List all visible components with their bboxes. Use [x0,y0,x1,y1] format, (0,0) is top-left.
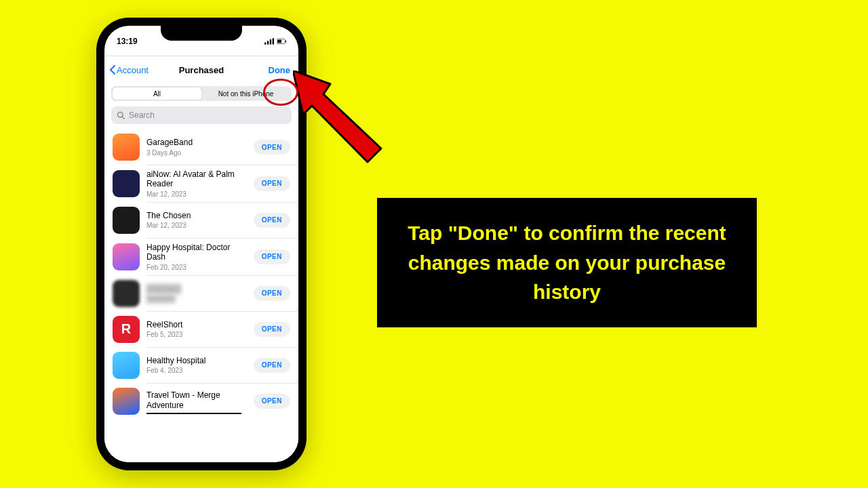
app-icon [113,388,140,415]
app-icon [113,170,140,197]
open-button[interactable]: OPEN [254,140,290,155]
search-placeholder: Search [129,110,155,120]
back-label: Account [117,65,149,75]
list-item[interactable]: Happy Hospital: Doctor DashFeb 20, 2023 … [104,239,298,275]
svg-rect-5 [277,40,281,43]
search-input[interactable]: Search [111,106,292,124]
app-date: Feb 20, 2023 [146,264,247,271]
app-date: ██████ [146,295,247,302]
svg-rect-6 [285,40,286,43]
open-button[interactable]: OPEN [254,249,290,264]
search-icon [117,111,125,119]
svg-rect-1 [267,41,269,44]
list-item[interactable]: Healthy HospitalFeb 4, 2023 OPEN [104,348,298,383]
open-button[interactable]: OPEN [254,286,290,301]
phone-frame: 13:19 Account Purchased Done All Not on … [96,18,307,470]
instruction-callout: Tap "Done" to confirm the recent changes… [377,198,757,327]
strikethrough-annotation [146,413,241,414]
page-title: Purchased [179,65,224,75]
battery-icon [277,38,286,45]
phone-screen: 13:19 Account Purchased Done All Not on … [104,26,298,462]
app-icon [113,243,140,270]
open-button[interactable]: OPEN [254,176,290,191]
app-name: Happy Hospital: Doctor Dash [146,243,247,262]
app-list[interactable]: GarageBand3 Days Ago OPEN aiNow: AI Avat… [104,129,298,462]
open-button[interactable]: OPEN [254,322,290,337]
app-date: Feb 4, 2023 [146,367,247,374]
nav-bar: Account Purchased Done [104,56,298,83]
back-button[interactable]: Account [110,65,149,75]
chevron-left-icon [110,65,115,75]
list-item[interactable]: aiNow: AI Avatar & Palm ReaderMar 12, 20… [104,165,298,202]
done-button[interactable]: Done [269,65,291,75]
app-icon [113,280,140,307]
segment-not-on-device[interactable]: Not on this iPhone [201,87,290,100]
app-name: aiNow: AI Avatar & Palm Reader [146,169,247,189]
app-name: Healthy Hospital [146,356,247,365]
segment-all[interactable]: All [113,87,201,100]
svg-line-8 [122,117,124,119]
app-icon [113,352,140,379]
svg-rect-0 [264,43,266,45]
list-item[interactable]: R ReelShortFeb 5, 2023 OPEN [104,312,298,347]
app-name: ██████ [146,284,247,293]
app-name: GarageBand [146,138,247,147]
open-button[interactable]: OPEN [254,213,290,228]
app-name: The Chosen [146,211,247,220]
app-icon: R [113,316,140,343]
modal-card: Account Purchased Done All Not on this i… [104,56,298,462]
notch [161,26,242,41]
segmented-control[interactable]: All Not on this iPhone [111,86,292,101]
app-date: Mar 12, 2023 [146,190,247,198]
app-date: 3 Days Ago [146,149,247,157]
app-icon [113,207,140,234]
open-button[interactable]: OPEN [254,358,290,373]
app-date: Feb 5, 2023 [146,331,247,338]
app-name: Travel Town - Merge Adventure [146,390,247,410]
svg-rect-3 [273,38,274,44]
app-name: ReelShort [146,320,247,329]
open-button[interactable]: OPEN [254,394,290,409]
arrow-annotation [293,70,388,165]
status-time: 13:19 [117,37,138,46]
svg-rect-2 [270,39,271,45]
app-icon [113,134,140,161]
list-item[interactable]: The ChosenMar 12, 2023 OPEN [104,203,298,238]
list-item[interactable]: ████████████ OPEN [104,276,298,311]
list-item[interactable]: GarageBand3 Days Ago OPEN [104,129,298,165]
signal-icon [264,38,274,45]
status-right [264,38,286,45]
app-date: Mar 12, 2023 [146,222,247,229]
